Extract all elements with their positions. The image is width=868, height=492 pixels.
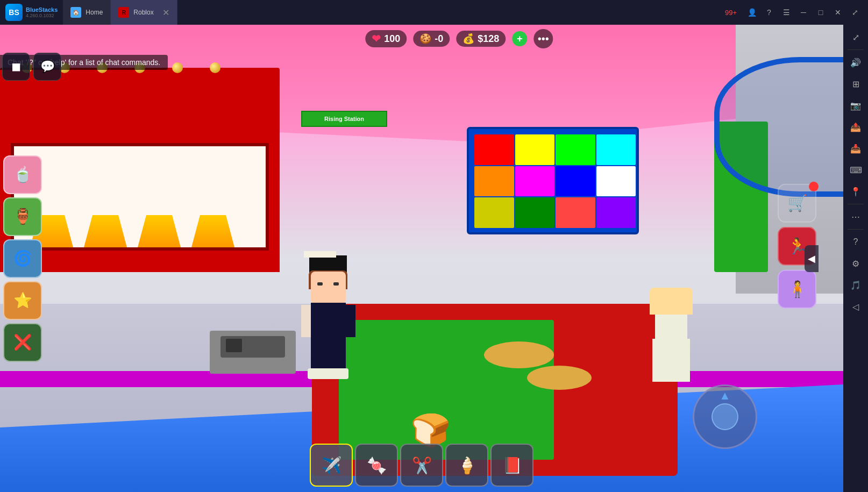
tool-slot-3[interactable]: ✂️	[400, 444, 443, 487]
sidebar-separator	[848, 49, 864, 50]
char-hat-brim	[304, 251, 336, 258]
coins-display: 🍪 -0	[413, 31, 450, 47]
char-legs	[311, 346, 346, 370]
lamp-3	[138, 215, 181, 247]
cookie-icon: 🍪	[419, 33, 431, 45]
facade-window	[11, 143, 269, 251]
bluestacks-logo[interactable]: BS BlueStacks 4.260.0.1032	[0, 4, 63, 21]
tool-slot-2[interactable]: 🍬	[355, 444, 398, 487]
tab-roblox[interactable]: R Roblox ✕	[111, 0, 177, 25]
sidebar-help-btn[interactable]: ?	[845, 232, 866, 252]
item-slot-5[interactable]: ❌	[3, 323, 42, 362]
sidebar-camera-btn[interactable]: 📷	[845, 95, 866, 116]
expand-button[interactable]: ⤢	[848, 5, 863, 20]
add-currency-button[interactable]: +	[512, 31, 527, 46]
joystick-arrow-up: ▲	[719, 389, 731, 403]
sidebar-location-btn[interactable]: 📍	[845, 181, 866, 202]
shop-notification-badge	[809, 181, 819, 191]
tool-slot-5[interactable]: 📕	[490, 444, 533, 487]
tab-home[interactable]: 🏠 Home	[63, 0, 111, 25]
tv-cell	[515, 197, 555, 228]
close-button[interactable]: ✕	[830, 5, 845, 20]
home-tab-label: Home	[86, 9, 103, 16]
sit-button[interactable]: 🧍	[778, 269, 816, 308]
item-slot-2[interactable]: 🏺	[3, 197, 42, 236]
sidebar-upload-btn[interactable]: 📤	[845, 117, 866, 137]
dollars-value: $128	[478, 33, 499, 45]
sidebar-settings-btn[interactable]: ⚙	[845, 253, 866, 274]
top-left-buttons: ◼ 💬	[2, 53, 61, 81]
tv-cell	[474, 197, 514, 228]
left-item-bar: 🍵 🏺 🌀 ⭐ ❌	[0, 152, 45, 365]
notif-badge-text: 99+	[725, 9, 737, 17]
coins-value: -0	[435, 33, 443, 45]
char-body	[311, 303, 346, 346]
close-tab-icon[interactable]: ✕	[162, 8, 169, 18]
sidebar-back-btn[interactable]: ◁	[845, 296, 866, 317]
sidebar-download-btn[interactable]: 📥	[845, 138, 866, 159]
joystick[interactable]: ▲	[693, 384, 757, 449]
sidebar-volume-btn[interactable]: 🔊	[845, 52, 866, 73]
tool-slot-4[interactable]: 🍦	[445, 444, 488, 487]
joystick-outer: ▲	[693, 384, 757, 449]
maximize-button[interactable]: □	[813, 5, 828, 20]
sidebar-keyboard-btn[interactable]: ⌨	[845, 160, 866, 180]
tv-cell	[556, 197, 595, 228]
sidebar-expand-btn[interactable]: ⤢	[845, 27, 866, 47]
sidebar-music-btn[interactable]: 🎵	[845, 275, 866, 295]
player-character: ‿	[301, 255, 355, 374]
sidebar-grid-btn[interactable]: ⊞	[845, 74, 866, 94]
gold-ball	[210, 62, 220, 73]
menu-button[interactable]: ☰	[779, 5, 794, 20]
counter-machine	[210, 331, 296, 374]
bluestacks-name: BlueStacks	[26, 6, 58, 13]
game-hud: ❤ 100 🍪 -0 💰 $128 + •••	[365, 29, 553, 48]
char-feet	[308, 368, 348, 379]
bluestacks-version: 4.260.0.1032	[26, 13, 58, 18]
tv-cell	[515, 166, 555, 197]
item-slot-4[interactable]: ⭐	[3, 281, 42, 320]
tv-cell	[474, 134, 514, 165]
tv-cell	[556, 134, 595, 165]
tv-frame	[467, 127, 639, 234]
tv-cell	[515, 134, 555, 165]
game-viewport: Rising Station	[0, 25, 843, 492]
minimize-button[interactable]: ─	[796, 5, 811, 20]
oval-table-1	[484, 341, 554, 368]
char-right-arm	[346, 305, 355, 337]
tv-cell	[596, 134, 636, 165]
bluestacks-icon: BS	[5, 4, 23, 21]
heart-icon: ❤	[372, 32, 381, 45]
joystick-knob	[712, 403, 738, 430]
item-slot-3[interactable]: 🌀	[3, 239, 42, 278]
lamp-4	[191, 215, 234, 247]
lamp-2	[84, 215, 127, 247]
rising-station-sign: Rising Station	[301, 111, 387, 127]
npc-character	[650, 288, 693, 384]
account-button[interactable]: 👤	[744, 5, 759, 20]
home-tab-icon: 🏠	[70, 7, 81, 18]
health-value: 100	[384, 33, 400, 45]
roblox-tab-icon: R	[118, 7, 129, 18]
item-slot-1[interactable]: 🍵	[3, 155, 42, 194]
char-head: ‿	[311, 272, 346, 304]
window-controls: 99+ 👤 ? ☰ ─ □ ✕ ⤢	[725, 5, 868, 20]
tv-cell	[596, 166, 636, 197]
shop-button[interactable]: 🛒	[778, 183, 816, 222]
sidebar-separator-2	[848, 204, 864, 204]
tv-cell	[556, 166, 595, 197]
tool-slot-1[interactable]: ✈️	[310, 444, 353, 487]
hud-menu-button[interactable]: •••	[533, 29, 553, 48]
roblox-menu-button[interactable]: ◼	[2, 53, 30, 81]
tv-cell	[596, 197, 636, 228]
health-display: ❤ 100	[365, 30, 407, 47]
sidebar-more-btn[interactable]: ⋯	[845, 206, 866, 227]
dollars-display: 💰 $128	[456, 31, 506, 47]
help-button[interactable]: ?	[762, 5, 777, 20]
chat-button[interactable]: 💬	[33, 53, 61, 81]
roblox-tab-label: Roblox	[133, 9, 153, 16]
gold-ball	[172, 62, 183, 73]
tv-screen	[474, 134, 636, 231]
scroll-arrow[interactable]: ◀	[805, 245, 819, 272]
sidebar-separator-3	[848, 229, 864, 230]
